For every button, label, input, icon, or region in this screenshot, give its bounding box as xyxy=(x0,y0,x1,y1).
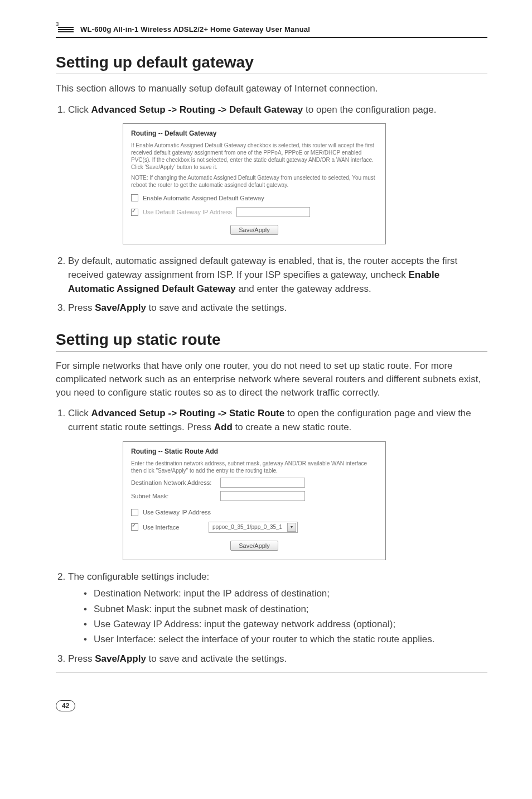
section1-intro: This section allows to manually setup de… xyxy=(56,82,487,95)
default-gateway-ip-input[interactable] xyxy=(236,207,310,217)
section2-title: Setting up static route xyxy=(56,331,487,352)
save-apply-button[interactable]: Save/Apply xyxy=(230,541,278,551)
use-gateway-row: Use Gateway IP Address xyxy=(131,509,378,516)
use-interface-label: Use Interface xyxy=(143,524,204,531)
section2-step2: The configurable settings include: Desti… xyxy=(68,570,487,647)
section1-step2: By default, automatic assigned default g… xyxy=(68,254,487,296)
screenshot-default-gateway: Routing -- Default Gateway If Enable Aut… xyxy=(123,123,487,244)
dest-network-row: Destination Network Address: xyxy=(131,478,378,488)
step-bold: Add xyxy=(214,422,233,432)
ss1-title: Routing -- Default Gateway xyxy=(131,129,378,137)
ss1-use-default-row: Use Default Gateway IP Address xyxy=(131,207,378,217)
ss1-enable-row: Enable Automatic Assigned Default Gatewa… xyxy=(131,194,378,201)
ss1-para1: If Enable Automatic Assigned Default Gat… xyxy=(131,142,378,171)
section2-intro: For simple networks that have only one r… xyxy=(56,359,487,399)
svg-rect-0 xyxy=(58,27,74,28)
step-text: to save and activate the settings. xyxy=(146,653,287,664)
svg-rect-3 xyxy=(56,22,58,26)
ss2-para: Enter the destination network address, s… xyxy=(131,460,378,474)
use-gateway-ip-checkbox[interactable] xyxy=(131,509,138,516)
chevron-down-icon: ▾ xyxy=(287,523,296,532)
doc-header: WL-600g All-in-1 Wireless ADSL2/2+ Home … xyxy=(56,22,487,38)
step-text: Press xyxy=(68,302,95,313)
step-text: to create a new static route. xyxy=(233,422,352,432)
svg-rect-2 xyxy=(58,31,74,32)
step-bold: Advanced Setup -> Routing -> Static Rout… xyxy=(91,408,285,418)
enable-auto-gateway-checkbox[interactable] xyxy=(131,194,138,201)
dest-network-label: Destination Network Address: xyxy=(131,479,220,486)
footer-rule xyxy=(56,672,487,672)
step-text: The configurable settings include: xyxy=(68,571,209,582)
subnet-mask-row: Subnet Mask: xyxy=(131,491,378,501)
step-text: to save and activate the settings. xyxy=(146,302,287,313)
bullet-mask: Subnet Mask: input the subnet mask of de… xyxy=(84,601,487,617)
save-apply-button[interactable]: Save/Apply xyxy=(230,225,278,235)
use-interface-checkbox[interactable] xyxy=(131,523,138,531)
step-text: Click xyxy=(68,408,91,418)
step-text: Press xyxy=(68,653,95,664)
svg-rect-1 xyxy=(58,29,74,30)
dest-network-input[interactable] xyxy=(220,478,305,488)
step-text: and enter the gateway address. xyxy=(236,283,371,294)
section2-step1: Click Advanced Setup -> Routing -> Stati… xyxy=(68,407,487,434)
section2-steps-cont: The configurable settings include: Desti… xyxy=(56,570,487,666)
interface-select[interactable]: pppoe_0_35_1/ppp_0_35_1 ▾ xyxy=(209,522,298,533)
use-default-gateway-label: Use Default Gateway IP Address xyxy=(143,209,232,215)
section1-steps-cont: By default, automatic assigned default g… xyxy=(56,254,487,315)
page-number: 42 xyxy=(56,700,75,711)
section1-step3: Press Save/Apply to save and activate th… xyxy=(68,301,487,315)
subnet-mask-label: Subnet Mask: xyxy=(131,493,220,499)
ss2-title: Routing -- Static Route Add xyxy=(131,447,378,455)
subnet-mask-input[interactable] xyxy=(220,491,305,501)
use-default-gateway-checkbox[interactable] xyxy=(131,209,138,216)
page-footer: 42 xyxy=(56,700,487,711)
section1-steps: Click Advanced Setup -> Routing -> Defau… xyxy=(56,103,487,117)
bullet-if: User Interface: select the interface of … xyxy=(84,632,487,647)
doc-header-text: WL-600g All-in-1 Wireless ADSL2/2+ Home … xyxy=(80,25,310,36)
step-bold: Save/Apply xyxy=(95,653,146,664)
step-bold: Save/Apply xyxy=(95,302,146,313)
use-interface-row: Use Interface pppoe_0_35_1/ppp_0_35_1 ▾ xyxy=(131,522,378,533)
section2-steps: Click Advanced Setup -> Routing -> Stati… xyxy=(56,407,487,434)
bullet-gw: Use Gateway IP Address: input the gatewa… xyxy=(84,617,487,632)
interface-select-value: pppoe_0_35_1/ppp_0_35_1 xyxy=(212,524,282,530)
section1-title: Setting up default gateway xyxy=(56,54,487,74)
ss1-para2: NOTE: If changing the Automatic Assigned… xyxy=(131,174,378,189)
step-text: Click xyxy=(68,104,91,115)
screenshot-static-route: Routing -- Static Route Add Enter the de… xyxy=(123,441,487,560)
book-icon xyxy=(56,22,76,36)
step-bold: Advanced Setup -> Routing -> Default Gat… xyxy=(91,104,303,115)
step-text: to open the configuration page. xyxy=(303,104,436,115)
bullet-dest: Destination Network: input the IP addres… xyxy=(84,586,487,601)
enable-auto-gateway-label: Enable Automatic Assigned Default Gatewa… xyxy=(143,195,264,201)
settings-bullets: Destination Network: input the IP addres… xyxy=(68,586,487,647)
section1-step1: Click Advanced Setup -> Routing -> Defau… xyxy=(68,103,487,117)
section2-step3: Press Save/Apply to save and activate th… xyxy=(68,652,487,666)
use-gateway-ip-label: Use Gateway IP Address xyxy=(143,509,211,516)
step-text: By default, automatic assigned default g… xyxy=(68,256,457,280)
